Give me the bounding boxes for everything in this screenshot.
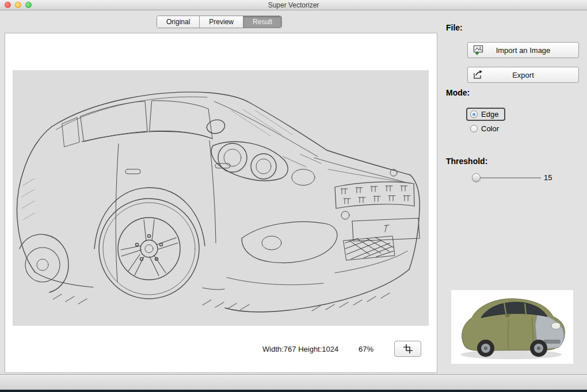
window-bottom-edge bbox=[0, 390, 587, 392]
threshold-slider-track[interactable] bbox=[473, 177, 541, 178]
threshold-value: 15 bbox=[544, 173, 552, 182]
zoom-level-label: 67% bbox=[359, 345, 373, 353]
radio-edge-icon bbox=[470, 111, 478, 118]
mode-color-radio[interactable]: Color bbox=[470, 124, 499, 133]
crop-fit-icon bbox=[403, 344, 413, 354]
tab-original[interactable]: Original bbox=[157, 16, 200, 28]
status-bar: Image vectorization completed. v1.0 bbox=[0, 374, 587, 390]
image-plus-icon bbox=[472, 45, 484, 55]
threshold-section-label: Threshold: bbox=[446, 157, 487, 166]
window-title: Super Vectorizer bbox=[268, 1, 319, 9]
mode-color-label: Color bbox=[481, 124, 499, 133]
threshold-slider-thumb[interactable] bbox=[472, 173, 481, 182]
mode-section-label: Mode: bbox=[446, 88, 470, 97]
close-icon[interactable] bbox=[5, 2, 11, 8]
original-image-thumbnail bbox=[451, 290, 574, 364]
minimize-icon[interactable] bbox=[15, 2, 21, 8]
export-label: Export bbox=[512, 71, 534, 79]
export-arrow-icon bbox=[472, 70, 484, 80]
titlebar: Super Vectorizer bbox=[0, 0, 587, 10]
file-section-label: File: bbox=[446, 23, 463, 32]
vectorized-result-image bbox=[13, 70, 429, 326]
car-sketch-graphic bbox=[13, 70, 429, 326]
import-image-label: Import an Image bbox=[496, 46, 551, 55]
zoom-icon[interactable] bbox=[25, 2, 32, 8]
import-image-button[interactable]: Import an Image bbox=[467, 42, 579, 58]
canvas-panel: Width:767 Height:1024 67% bbox=[5, 33, 437, 373]
original-car-photo bbox=[451, 290, 573, 364]
export-button[interactable]: Export bbox=[467, 67, 579, 83]
mode-edge-label: Edge bbox=[481, 110, 498, 119]
view-tabs: Original Preview Result bbox=[157, 16, 282, 28]
tab-preview[interactable]: Preview bbox=[200, 16, 243, 28]
mode-edge-radio[interactable]: Edge bbox=[466, 108, 505, 121]
traffic-lights bbox=[5, 2, 32, 8]
image-dimensions-label: Width:767 Height:1024 bbox=[262, 345, 338, 353]
tab-result[interactable]: Result bbox=[243, 16, 281, 28]
radio-color-icon bbox=[470, 125, 478, 132]
fit-to-window-button[interactable] bbox=[394, 341, 421, 357]
